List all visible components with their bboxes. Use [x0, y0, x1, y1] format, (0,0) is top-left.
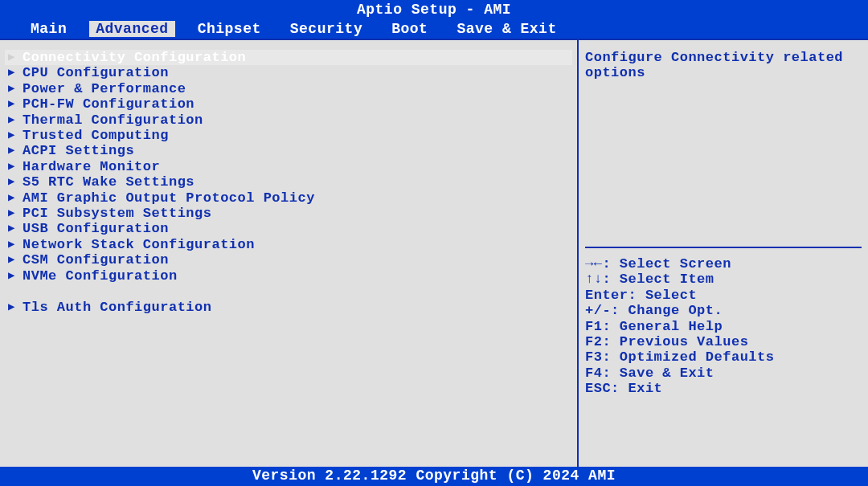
legend-line: F3: Optimized Defaults — [585, 349, 862, 365]
tab-chipset[interactable]: Chipset — [191, 21, 268, 37]
menu-item-trusted-computing[interactable]: ▶Trusted Computing — [5, 128, 572, 143]
info-panel: Configure Connectivity related options →… — [579, 40, 868, 467]
submenu-arrow-icon: ▶ — [8, 252, 23, 268]
tab-main[interactable]: Main — [24, 21, 73, 37]
menu-item-label: CPU Configuration — [23, 65, 169, 80]
menu-item-pci-subsystem-settings[interactable]: ▶PCI Subsystem Settings — [5, 206, 572, 221]
tab-save-exit[interactable]: Save & Exit — [450, 21, 563, 37]
submenu-arrow-icon: ▶ — [8, 300, 23, 315]
menu-item-nvme-configuration[interactable]: ▶NVMe Configuration — [5, 268, 572, 284]
menu-item-csm-configuration[interactable]: ▶CSM Configuration — [5, 252, 572, 268]
title-bar: Aptio Setup - AMI — [0, 0, 868, 19]
menu-item-label: S5 RTC Wake Settings — [23, 174, 194, 190]
legend-line: F2: Previous Values — [585, 334, 862, 349]
key-legend: →←: Select Screen↑↓: Select ItemEnter: S… — [585, 256, 862, 457]
menu-item-label: Hardware Monitor — [23, 159, 160, 174]
menu-item-label: PCH-FW Configuration — [23, 96, 194, 112]
menu-separator — [5, 284, 572, 299]
legend-line: F4: Save & Exit — [585, 366, 862, 381]
tab-bar: Main Advanced Chipset Security Boot Save… — [0, 19, 868, 39]
menu-item-s5-rtc-wake-settings[interactable]: ▶S5 RTC Wake Settings — [5, 174, 572, 190]
submenu-arrow-icon: ▶ — [8, 112, 23, 128]
menu-item-connectivity-configuration[interactable]: ▶Connectivity Configuration — [5, 50, 572, 65]
submenu-arrow-icon: ▶ — [8, 143, 23, 158]
menu-item-label: PCI Subsystem Settings — [23, 206, 211, 221]
submenu-arrow-icon: ▶ — [8, 174, 23, 190]
legend-line: ESC: Exit — [585, 381, 862, 396]
legend-line: →←: Select Screen — [585, 256, 862, 272]
submenu-arrow-icon: ▶ — [8, 206, 23, 221]
legend-line: ↑↓: Select Item — [585, 272, 862, 287]
bios-screen: Aptio Setup - AMI Main Advanced Chipset … — [0, 0, 868, 486]
legend-line: Enter: Select — [585, 288, 862, 303]
footer-version: Version 2.22.1292 Copyright (C) 2024 AMI — [0, 467, 868, 486]
tab-security[interactable]: Security — [284, 21, 369, 37]
menu-item-pch-fw-configuration[interactable]: ▶PCH-FW Configuration — [5, 96, 572, 112]
legend-line: +/-: Change Opt. — [585, 303, 862, 318]
menu-item-label: Trusted Computing — [23, 128, 169, 143]
tab-advanced[interactable]: Advanced — [89, 21, 174, 37]
menu-item-label: Power & Performance — [23, 81, 186, 96]
menu-item-label: AMI Graphic Output Protocol Policy — [23, 190, 315, 206]
menu-item-label: Connectivity Configuration — [23, 50, 246, 65]
submenu-arrow-icon: ▶ — [8, 96, 23, 112]
submenu-arrow-icon: ▶ — [8, 221, 23, 236]
submenu-arrow-icon: ▶ — [8, 81, 23, 96]
submenu-arrow-icon: ▶ — [8, 159, 23, 174]
menu-item-power-performance[interactable]: ▶Power & Performance — [5, 81, 572, 96]
menu-item-label: NVMe Configuration — [23, 268, 178, 284]
menu-item-label: Network Stack Configuration — [23, 237, 255, 252]
submenu-arrow-icon: ▶ — [8, 65, 23, 80]
menu-item-tls-auth-configuration[interactable]: ▶Tls Auth Configuration — [5, 300, 572, 315]
submenu-arrow-icon: ▶ — [8, 128, 23, 143]
menu-item-network-stack-configuration[interactable]: ▶Network Stack Configuration — [5, 237, 572, 252]
menu-item-thermal-configuration[interactable]: ▶Thermal Configuration — [5, 112, 572, 128]
submenu-arrow-icon: ▶ — [8, 190, 23, 206]
menu-item-hardware-monitor[interactable]: ▶Hardware Monitor — [5, 159, 572, 174]
menu-panel: ▶Connectivity Configuration▶CPU Configur… — [0, 40, 579, 467]
menu-item-usb-configuration[interactable]: ▶USB Configuration — [5, 221, 572, 236]
menu-item-label: ACPI Settings — [23, 143, 134, 158]
help-text: Configure Connectivity related options — [585, 50, 862, 248]
menu-item-cpu-configuration[interactable]: ▶CPU Configuration — [5, 65, 572, 80]
content-area: ▶Connectivity Configuration▶CPU Configur… — [0, 39, 868, 467]
submenu-arrow-icon: ▶ — [8, 50, 23, 65]
tab-boot[interactable]: Boot — [385, 21, 434, 37]
menu-item-label: USB Configuration — [23, 221, 169, 236]
menu-item-label: Thermal Configuration — [23, 112, 203, 128]
submenu-arrow-icon: ▶ — [8, 237, 23, 252]
menu-item-label: CSM Configuration — [23, 252, 169, 268]
menu-item-ami-graphic-output-protocol-policy[interactable]: ▶AMI Graphic Output Protocol Policy — [5, 190, 572, 206]
legend-line: F1: General Help — [585, 319, 862, 334]
menu-item-label: Tls Auth Configuration — [23, 300, 211, 315]
menu-item-acpi-settings[interactable]: ▶ACPI Settings — [5, 143, 572, 158]
submenu-arrow-icon: ▶ — [8, 268, 23, 284]
